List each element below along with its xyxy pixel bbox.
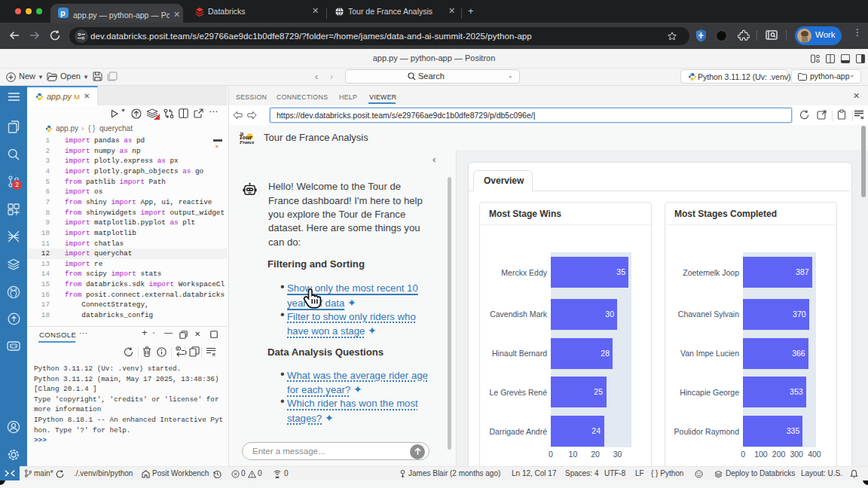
svg-text:France: France [240,139,255,145]
